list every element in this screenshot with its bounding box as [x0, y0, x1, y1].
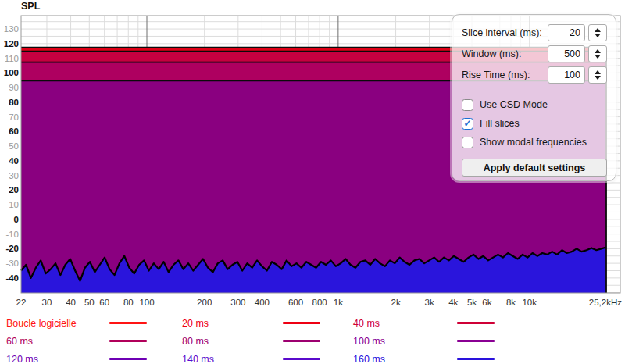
spin-up-icon[interactable] — [595, 70, 601, 74]
legend-item: 20 ms — [182, 314, 353, 332]
legend-item: 60 ms — [6, 332, 182, 350]
y-tick-label: 30 — [9, 171, 19, 180]
numeric-input[interactable] — [548, 66, 585, 84]
y-tick-label: 120 — [4, 39, 19, 48]
checkbox-row[interactable]: ✓Use CSD Mode — [462, 95, 607, 114]
legend-label: Boucle logicielle — [6, 318, 109, 329]
spin-down-icon[interactable] — [595, 76, 601, 80]
y-tick-label: 130 — [4, 24, 19, 34]
x-tick-label: 2k — [391, 298, 400, 307]
legend-label: 100 ms — [353, 336, 457, 347]
field-label: Rise Time (ms): — [462, 70, 548, 80]
x-tick-label: 80 — [123, 298, 134, 307]
x-tick-label: 60 — [99, 298, 109, 307]
x-tick-label: 40 — [66, 298, 76, 307]
y-tick-label: 40 — [9, 156, 19, 166]
y-tick-label: 100 — [4, 68, 19, 77]
apply-default-settings-button[interactable]: Apply default settings — [462, 159, 607, 177]
x-tick-label: 300 — [230, 298, 245, 307]
legend-item: 120 ms — [6, 350, 182, 364]
legend-line-swatch — [109, 340, 147, 342]
x-tick-label: 200 — [197, 298, 212, 307]
x-tick-label: 600 — [288, 298, 303, 307]
x-tick-label: 30 — [42, 298, 52, 307]
settings-panel: Slice interval (ms):Window (ms):Rise Tim… — [452, 14, 616, 181]
x-tick-label: 6k — [482, 298, 491, 307]
spin-up-icon[interactable] — [595, 49, 601, 53]
y-tick-label: 90 — [9, 83, 19, 92]
legend-line-swatch — [283, 358, 320, 360]
numeric-input[interactable] — [548, 45, 585, 62]
y-tick-label: 60 — [9, 127, 19, 136]
legend-line-swatch — [283, 322, 320, 324]
legend-item: 100 ms — [353, 332, 625, 350]
legend-line-swatch — [283, 340, 320, 342]
field-label: Window (ms): — [462, 48, 548, 59]
x-tick-label: 5k — [467, 298, 477, 307]
legend-label: 160 ms — [353, 354, 457, 364]
field-label: Slice interval (ms): — [462, 27, 548, 38]
legend-label: 60 ms — [6, 336, 109, 347]
spin-down-icon[interactable] — [595, 34, 601, 37]
y-tick-label: -40 — [5, 273, 19, 283]
legend-line-swatch — [109, 322, 147, 324]
spinner-field-group: Slice interval (ms):Window (ms):Rise Tim… — [462, 24, 607, 84]
spinner-up-down[interactable] — [588, 45, 607, 62]
legend-item: 40 ms — [353, 314, 625, 332]
checkbox-unchecked-icon[interactable]: ✓ — [462, 137, 473, 148]
y-tick-label: 10 — [9, 200, 19, 209]
y-tick-label: 50 — [9, 141, 19, 151]
x-tick-label: 800 — [312, 298, 327, 307]
y-tick-label: 20 — [9, 185, 19, 194]
x-tick-label: 22 — [16, 298, 27, 307]
checkbox-unchecked-icon[interactable]: ✓ — [462, 99, 473, 111]
legend-label: 140 ms — [182, 354, 283, 364]
legend-line-swatch — [109, 358, 147, 360]
y-tick-label: 80 — [9, 98, 19, 107]
legend-line-swatch — [457, 358, 495, 360]
legend-item: 80 ms — [182, 332, 353, 350]
checkbox-checked-icon[interactable]: ✓ — [462, 118, 473, 130]
spinner-up-down[interactable] — [588, 66, 607, 84]
checkbox-group: ✓Use CSD Mode✓Fill slices✓Show modal fre… — [462, 95, 607, 152]
legend-label: 20 ms — [182, 318, 283, 329]
x-tick-label: 4k — [448, 298, 458, 307]
legend-line-swatch — [457, 340, 495, 342]
y-tick-label: 70 — [9, 112, 19, 122]
checkbox-label: Fill slices — [480, 118, 520, 129]
numeric-input[interactable] — [548, 24, 585, 41]
spin-down-icon[interactable] — [595, 55, 601, 59]
checkbox-row[interactable]: ✓Show modal frequencies — [462, 133, 607, 152]
legend-item: 160 ms — [353, 350, 625, 364]
spinner-up-down[interactable] — [588, 24, 607, 41]
x-tick-label: 3k — [425, 298, 434, 307]
x-tick-label: 400 — [255, 298, 270, 307]
checkbox-row[interactable]: ✓Fill slices — [462, 114, 607, 133]
field-row: Window (ms): — [462, 45, 607, 62]
y-tick-label: 0 — [14, 215, 19, 224]
spin-up-icon[interactable] — [595, 28, 601, 32]
legend-label: 40 ms — [353, 318, 457, 329]
y-tick-label: -30 — [5, 259, 19, 268]
legend-item: 140 ms — [182, 350, 353, 364]
field-row: Rise Time (ms): — [462, 66, 607, 84]
legend-line-swatch — [457, 322, 495, 324]
legend-label: 80 ms — [182, 336, 283, 347]
x-tick-label: 50 — [84, 298, 95, 307]
legend-item: Boucle logicielle — [6, 314, 182, 332]
legend: Boucle logicielle20 ms40 ms60 ms80 ms100… — [0, 314, 625, 364]
x-tick-label: 1k — [334, 298, 343, 307]
y-tick-label: -20 — [5, 244, 19, 253]
spl-axis-title: SPL — [21, 1, 41, 12]
checkbox-label: Show modal frequencies — [480, 137, 587, 148]
y-tick-label: 110 — [5, 54, 19, 63]
x-tick-label: 100 — [139, 298, 154, 307]
field-row: Slice interval (ms): — [462, 24, 607, 41]
checkbox-label: Use CSD Mode — [480, 99, 548, 110]
x-tick-label: 10k — [522, 298, 537, 307]
x-tick-label: 25,2kHz — [589, 298, 622, 307]
x-tick-label: 8k — [506, 298, 516, 307]
y-tick-label: -10 — [5, 230, 19, 239]
legend-label: 120 ms — [6, 354, 109, 364]
